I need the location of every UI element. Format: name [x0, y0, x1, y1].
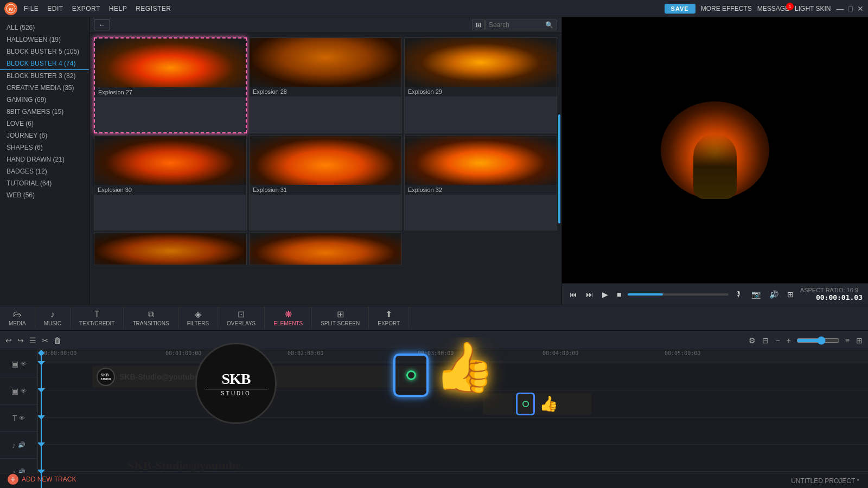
timeline-split-button[interactable]: ⊟ [761, 335, 770, 346]
preview-panel: ⏮ ⏭ ▶ ■ 🎙 📷 🔊 ⊞ ASPECT RATIO: 16:9 00:00… [561, 17, 868, 305]
stop-button[interactable]: ■ [615, 289, 623, 300]
sidebar-item-bb5[interactable]: BLOCK BUSTER 5 (105) [0, 46, 89, 57]
text-icon: T [94, 310, 100, 319]
timeline-settings-button[interactable]: ⚙ [748, 335, 757, 346]
tool-music[interactable]: ♪ MUSIC [35, 307, 71, 329]
cut-button[interactable]: ✂ [41, 335, 49, 346]
message-button[interactable]: MESSAGE 1 [757, 5, 789, 12]
media-thumb-27[interactable]: Explosion 27 [94, 37, 247, 133]
tool-elements[interactable]: ❋ ELEMENTS [265, 307, 312, 329]
tool-text[interactable]: T TEXT/CREDIT [71, 307, 124, 329]
sidebar-item-web[interactable]: WEB (56) [0, 189, 89, 201]
track-content-overlay[interactable]: 👍 [483, 393, 591, 415]
sidebar-item-tutorial[interactable]: TUTORIAL (64) [0, 177, 89, 189]
menu-items: FILE EDIT EXPORT HELP REGISTER [24, 5, 171, 12]
progress-fill [628, 293, 663, 296]
timeline-zoom-in-button[interactable]: + [786, 335, 792, 346]
sidebar-item-shapes[interactable]: SHAPES (6) [0, 142, 89, 153]
sidebar-item-gaming[interactable]: GAMING (69) [0, 94, 89, 106]
thumb-label-30: Explosion 30 [94, 185, 246, 195]
tool-media[interactable]: 🗁 MEDIA [0, 307, 35, 329]
thumb-image-27 [95, 38, 246, 87]
sidebar-item-love[interactable]: LOVE (6) [0, 118, 89, 130]
media-scroll-bar[interactable] [558, 114, 560, 223]
track-playhead-overlay [41, 390, 42, 417]
light-skin-button[interactable]: LIGHT SKIN [795, 5, 831, 12]
minimize-button[interactable]: — [837, 4, 844, 13]
sidebar-item-all[interactable]: ALL (526) [0, 22, 89, 34]
fullscreen-button[interactable]: ⊞ [785, 289, 796, 300]
timeline-grid-button[interactable]: ⊞ [855, 335, 864, 346]
menu-register[interactable]: REGISTER [136, 5, 171, 12]
screenshot-button[interactable]: 📷 [749, 289, 763, 300]
thumb-image-33 [94, 233, 246, 265]
sidebar-item-handdrawn[interactable]: HAND DRAWN (21) [0, 153, 89, 165]
media-thumb-28[interactable]: Explosion 28 [249, 37, 402, 133]
track-overlay-eye-icon[interactable]: 👁 [21, 388, 27, 394]
sidebar-item-bb4[interactable]: BLOCK BUSTER 4 (74) [0, 57, 89, 70]
track-content-video[interactable]: SKBSTUDIO SKB-Studio@youtube [92, 366, 472, 388]
media-thumb-33[interactable] [94, 233, 247, 265]
maximize-button[interactable]: □ [848, 4, 853, 13]
zoom-slider[interactable] [796, 336, 840, 345]
tool-export[interactable]: ⬆ EXPORT [369, 307, 409, 329]
search-input[interactable] [489, 21, 543, 29]
tool-transitions[interactable]: ⧉ TRANSITIONS [124, 307, 178, 329]
time-mark-1: 00:01:00:00 [165, 350, 201, 356]
more-effects-button[interactable]: MORE EFFECTS [701, 5, 752, 12]
volume-button[interactable]: 🔊 [767, 289, 781, 300]
sidebar-item-halloween[interactable]: HALLOWEEN (19) [0, 34, 89, 46]
back-button[interactable]: ← [94, 20, 110, 30]
redo-button[interactable]: ↪ [16, 335, 25, 346]
time-display: 00:00:01.03 [800, 293, 863, 301]
close-button[interactable]: ✕ [857, 4, 864, 13]
menu-file[interactable]: FILE [24, 5, 39, 12]
thumb-image-28 [250, 38, 401, 87]
transitions-icon: ⧉ [148, 310, 154, 319]
menu-help[interactable]: HELP [109, 5, 127, 12]
thumb-image-31 [250, 136, 401, 185]
menu-export[interactable]: EXPORT [72, 5, 100, 12]
undo-button[interactable]: ↩ [4, 335, 13, 346]
sidebar-item-creative[interactable]: CREATIVE MEDIA (35) [0, 82, 89, 94]
grid-view-button[interactable]: ⊞ [472, 20, 485, 30]
tool-overlays[interactable]: ⊡ OVERLAYS [218, 307, 265, 329]
media-thumb-29[interactable]: Explosion 29 [404, 37, 557, 133]
prev-frame-button[interactable]: ⏭ [584, 289, 596, 300]
track-text-eye-icon[interactable]: 👁 [19, 415, 25, 421]
media-icon: 🗁 [13, 310, 22, 319]
menu-edit[interactable]: EDIT [47, 5, 63, 12]
skip-back-button[interactable]: ⏮ [567, 289, 579, 300]
sidebar-item-8bit[interactable]: 8BIT GAMERS (15) [0, 106, 89, 118]
media-thumb-34[interactable] [249, 233, 402, 265]
export-label: EXPORT [378, 320, 400, 326]
save-button[interactable]: SAVE [665, 4, 695, 14]
progress-bar[interactable] [628, 293, 728, 296]
aspect-ratio-label: ASPECT RATIO: 16:9 [800, 287, 858, 293]
elements-label: ELEMENTS [273, 320, 303, 326]
preview-explosion [661, 101, 769, 199]
tool-splitscreen[interactable]: ⊞ SPLIT SCREEN [312, 307, 369, 329]
media-thumb-30[interactable]: Explosion 30 [94, 136, 247, 230]
media-thumb-31[interactable]: Explosion 31 [249, 136, 402, 230]
timeline-zoom-out-button[interactable]: − [774, 335, 781, 346]
tool-filters[interactable]: ◈ FILTERS [178, 307, 218, 329]
timeline-view-button[interactable]: ≡ [844, 335, 851, 346]
message-badge: 1 [786, 3, 794, 10]
sidebar-item-journey[interactable]: JOURNEY (6) [0, 130, 89, 142]
delete-button[interactable]: 🗑 [53, 335, 62, 346]
track-eye-icon[interactable]: 👁 [21, 361, 27, 367]
add-track-bar: + ADD NEW TRACK UNTITLED PROJECT * [0, 473, 868, 488]
track-audio1-vol-icon[interactable]: 🔊 [18, 441, 25, 448]
grid-toggle: ⊞ [472, 20, 485, 30]
track-label-text: T 👁 [0, 404, 37, 432]
time-mark-2: 00:02:00:00 [288, 350, 323, 356]
thumb-label-28: Explosion 28 [250, 87, 401, 97]
sidebar-item-bb3[interactable]: BLOCK BUSTER 3 (82) [0, 70, 89, 82]
sidebar-item-badges[interactable]: BADGES (12) [0, 165, 89, 177]
search-icon[interactable]: 🔍 [545, 21, 553, 29]
play-button[interactable]: ▶ [600, 289, 610, 300]
mic-button[interactable]: 🎙 [733, 289, 745, 300]
align-button[interactable]: ☰ [28, 335, 37, 346]
media-thumb-32[interactable]: Explosion 32 [404, 136, 557, 230]
